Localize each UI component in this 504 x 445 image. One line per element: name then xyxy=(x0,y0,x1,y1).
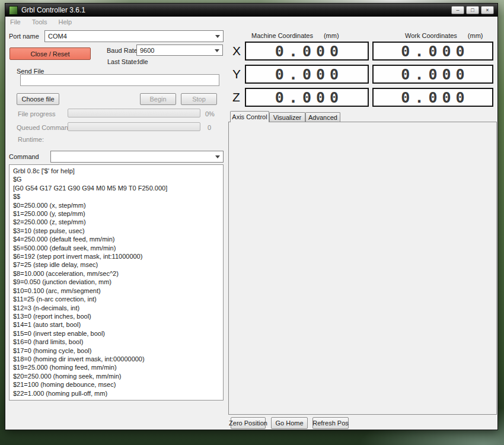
file-progress-bar xyxy=(68,109,200,117)
queued-commands-label: Queued Commands xyxy=(17,124,75,131)
file-progress-label: File progress xyxy=(18,110,56,117)
work-z-display: 0.000 xyxy=(372,88,493,107)
menu-file[interactable]: File xyxy=(5,17,25,27)
tab-advanced[interactable]: Advanced xyxy=(305,112,340,122)
minimize-icon[interactable]: – xyxy=(451,6,464,14)
file-path-input[interactable] xyxy=(20,74,219,86)
app-window: Grbl Controller 3.6.1 – □ × File Tools H… xyxy=(5,3,498,430)
work-coordinates-units: (mm) xyxy=(468,32,483,39)
baud-rate-label: Baud Rate xyxy=(107,47,138,54)
tab-visualizer[interactable]: Visualizer xyxy=(269,112,305,122)
work-y-display: 0.000 xyxy=(372,65,493,84)
stop-button[interactable]: Stop xyxy=(181,93,217,105)
dropdown-arrow-icon xyxy=(215,49,219,52)
refresh-pos-button[interactable]: Refresh Pos xyxy=(312,417,349,429)
choose-file-label: Choose file xyxy=(21,96,54,103)
go-home-button[interactable]: Go Home xyxy=(271,417,308,429)
work-x-display: 0.000 xyxy=(372,42,493,61)
queued-commands-bar xyxy=(68,122,200,131)
tab-advanced-label: Advanced xyxy=(308,114,337,121)
last-state-label: Last State: xyxy=(107,58,139,65)
dropdown-arrow-icon xyxy=(215,35,220,38)
window-controls: – □ × xyxy=(451,6,494,14)
machine-coordinates-title: Machine Coordinates xyxy=(251,32,313,39)
port-select-value: COM4 xyxy=(48,33,67,40)
console-output[interactable]: Grbl 0.8c ['$' for help] $G [G0 G54 G17 … xyxy=(9,164,224,401)
port-select[interactable]: COM4 xyxy=(44,30,224,42)
file-progress-value: 0% xyxy=(205,110,215,117)
app-icon xyxy=(9,6,18,15)
axis-y-label: Y xyxy=(232,67,241,81)
dropdown-arrow-icon xyxy=(215,155,220,158)
choose-file-button[interactable]: Choose file xyxy=(17,93,59,105)
port-name-label: Port name xyxy=(9,33,39,40)
tab-visualizer-label: Visualizer xyxy=(273,114,302,121)
tab-axis-control[interactable]: Axis Control xyxy=(230,111,269,122)
axis-z-label: Z xyxy=(232,90,240,104)
zero-position-button[interactable]: Zero Position xyxy=(231,417,266,429)
axis-control-panel xyxy=(228,122,497,415)
zero-position-label: Zero Position xyxy=(229,419,267,427)
begin-button[interactable]: Begin xyxy=(140,93,176,105)
menu-tools[interactable]: Tools xyxy=(27,17,52,27)
machine-z-display: 0.000 xyxy=(245,88,369,107)
work-coordinates-title: Work Coordinates xyxy=(405,32,457,39)
go-home-label: Go Home xyxy=(275,419,303,427)
work-coordinates-header: Work Coordinates (mm) xyxy=(405,32,483,39)
machine-y-display: 0.000 xyxy=(245,65,369,84)
stop-label: Stop xyxy=(192,96,206,103)
close-reset-button[interactable]: Close / Reset xyxy=(9,47,91,60)
queued-commands-value: 0 xyxy=(208,124,211,131)
baud-rate-value: 9600 xyxy=(140,47,154,54)
machine-coordinates-header: Machine Coordinates (mm) xyxy=(251,32,339,39)
refresh-pos-label: Refresh Pos xyxy=(312,419,349,427)
machine-coordinates-units: (mm) xyxy=(324,32,339,39)
begin-label: Begin xyxy=(149,96,166,103)
baud-rate-select[interactable]: 9600 xyxy=(136,44,223,56)
titlebar[interactable]: Grbl Controller 3.6.1 – □ × xyxy=(5,4,497,17)
machine-x-display: 0.000 xyxy=(245,42,369,61)
maximize-icon[interactable]: □ xyxy=(466,6,479,14)
window-title: Grbl Controller 3.6.1 xyxy=(21,6,85,14)
tab-axis-control-label: Axis Control xyxy=(232,113,267,120)
client-area: File Tools Help Port name COM4 Close / R… xyxy=(5,17,497,430)
command-label: Command xyxy=(9,153,39,160)
desktop-background: Grbl Controller 3.6.1 – □ × File Tools H… xyxy=(0,0,504,445)
close-icon[interactable]: × xyxy=(481,6,494,14)
runtime-label: Runtime: xyxy=(18,136,44,143)
last-state-value: Idle xyxy=(138,58,148,65)
menu-bar: File Tools Help xyxy=(5,17,497,28)
command-input[interactable] xyxy=(50,151,224,163)
menu-help[interactable]: Help xyxy=(54,17,77,27)
axis-x-label: X xyxy=(232,44,241,58)
close-reset-label: Close / Reset xyxy=(30,50,69,58)
